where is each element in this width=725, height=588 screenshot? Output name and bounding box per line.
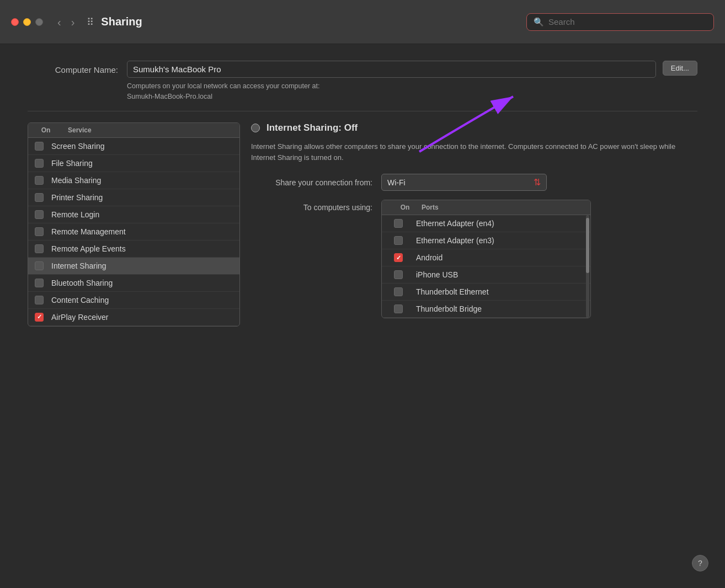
- service-checkbox[interactable]: [35, 227, 44, 236]
- computer-name-right: Computers on your local network can acce…: [127, 61, 697, 102]
- service-checkbox[interactable]: [35, 193, 44, 202]
- content-area: On Service Screen SharingFile SharingMed…: [28, 122, 697, 327]
- port-checkbox[interactable]: [394, 219, 403, 228]
- ports-table: On Ports Ethernet Adapter (en4)Ethernet …: [381, 200, 591, 318]
- ports-col-on: On: [388, 204, 422, 211]
- computer-name-label: Computer Name:: [28, 61, 127, 74]
- ports-header: On Ports: [382, 200, 590, 215]
- service-item[interactable]: Media Sharing: [28, 172, 239, 189]
- sharing-title-row: Internet Sharing: Off: [251, 122, 697, 133]
- right-panel: Internet Sharing: Off Internet Sharing a…: [251, 122, 697, 327]
- close-button[interactable]: [11, 18, 19, 26]
- service-checkbox[interactable]: [35, 210, 44, 219]
- share-from-value: Wi-Fi: [387, 178, 406, 187]
- service-checkbox[interactable]: [35, 244, 44, 253]
- traffic-lights: [11, 18, 43, 26]
- service-checkbox[interactable]: [35, 313, 44, 322]
- to-computers-row: To computers using: On Ports Ethernet Ad…: [251, 200, 697, 318]
- service-name: Printer Sharing: [51, 193, 103, 202]
- service-name: AirPlay Receiver: [51, 313, 108, 322]
- port-name: Android: [416, 253, 443, 262]
- port-name: Thunderbolt Ethernet: [416, 287, 489, 296]
- services-header: On Service: [28, 123, 239, 138]
- connection-from-row: Share your connection from: Wi-Fi ⇅: [251, 174, 697, 191]
- service-checkbox[interactable]: [35, 159, 44, 168]
- service-name: Content Caching: [51, 296, 109, 304]
- titlebar: ‹ › ⠿ Sharing 🔍: [0, 0, 725, 44]
- port-item: Ethernet Adapter (en4): [382, 215, 590, 232]
- port-item: Thunderbolt Ethernet: [382, 284, 590, 301]
- scrollbar-thumb[interactable]: [586, 218, 589, 273]
- sharing-description: Internet Sharing allows other computers …: [251, 141, 697, 164]
- service-name: File Sharing: [51, 159, 93, 168]
- port-checkbox[interactable]: [394, 253, 403, 262]
- port-name: iPhone USB: [416, 270, 458, 279]
- main-content: Computer Name: Computers on your local n…: [0, 44, 725, 343]
- port-checkbox[interactable]: [394, 270, 403, 279]
- service-checkbox[interactable]: [35, 296, 44, 304]
- service-item[interactable]: File Sharing: [28, 155, 239, 172]
- computer-address-info: Computers on your local network can acce…: [127, 81, 656, 102]
- sharing-title: Internet Sharing: Off: [266, 122, 358, 133]
- service-item[interactable]: Printer Sharing: [28, 189, 239, 206]
- share-from-select[interactable]: Wi-Fi ⇅: [381, 174, 547, 191]
- back-button[interactable]: ‹: [54, 15, 65, 29]
- port-name: Ethernet Adapter (en3): [416, 236, 494, 245]
- service-item[interactable]: Content Caching: [28, 292, 239, 309]
- page-title: Sharing: [101, 15, 526, 28]
- port-checkbox[interactable]: [394, 287, 403, 296]
- ports-col-ports: Ports: [422, 204, 584, 211]
- services-col-service: Service: [68, 126, 233, 134]
- port-item: iPhone USB: [382, 266, 590, 284]
- port-name: Thunderbolt Bridge: [416, 304, 482, 313]
- service-name: Screen Sharing: [51, 142, 105, 151]
- internet-sharing-radio[interactable]: [251, 124, 260, 132]
- computer-name-input[interactable]: [127, 61, 656, 78]
- services-col-on: On: [35, 126, 57, 134]
- to-computers-label: To computers using:: [251, 200, 372, 212]
- service-name: Remote Apple Events: [51, 244, 126, 253]
- port-checkbox[interactable]: [394, 236, 403, 245]
- service-checkbox[interactable]: [35, 261, 44, 270]
- service-item[interactable]: Remote Management: [28, 223, 239, 240]
- computer-name-section: Computer Name: Computers on your local n…: [28, 61, 697, 102]
- port-item: Thunderbolt Bridge: [382, 301, 590, 318]
- port-item: Android: [382, 249, 590, 266]
- service-name: Media Sharing: [51, 176, 101, 185]
- service-item[interactable]: Internet Sharing: [28, 258, 239, 275]
- scrollbar-track[interactable]: [586, 215, 589, 318]
- search-box[interactable]: 🔍: [526, 13, 714, 31]
- minimize-button[interactable]: [23, 18, 31, 26]
- forward-button[interactable]: ›: [68, 15, 78, 29]
- ports-list: Ethernet Adapter (en4)Ethernet Adapter (…: [382, 215, 590, 318]
- services-list: Screen SharingFile SharingMedia SharingP…: [28, 138, 239, 326]
- service-checkbox[interactable]: [35, 176, 44, 185]
- service-item[interactable]: Bluetooth Sharing: [28, 275, 239, 292]
- select-arrow-icon: ⇅: [534, 177, 541, 188]
- divider: [28, 111, 697, 111]
- service-name: Bluetooth Sharing: [51, 279, 113, 287]
- service-item[interactable]: AirPlay Receiver: [28, 309, 239, 326]
- edit-button[interactable]: Edit...: [663, 61, 697, 76]
- port-name: Ethernet Adapter (en4): [416, 219, 494, 228]
- service-checkbox[interactable]: [35, 142, 44, 151]
- search-icon: 🔍: [534, 17, 544, 27]
- fullscreen-button[interactable]: [35, 18, 43, 26]
- service-item[interactable]: Remote Apple Events: [28, 240, 239, 258]
- service-checkbox[interactable]: [35, 279, 44, 287]
- service-name: Internet Sharing: [51, 261, 106, 270]
- nav-buttons: ‹ ›: [54, 15, 78, 29]
- service-name: Remote Management: [51, 227, 126, 236]
- services-panel: On Service Screen SharingFile SharingMed…: [28, 122, 240, 327]
- ports-scroll-wrapper: Ethernet Adapter (en4)Ethernet Adapter (…: [382, 215, 590, 318]
- service-item[interactable]: Screen Sharing: [28, 138, 239, 155]
- share-from-label: Share your connection from:: [251, 178, 372, 187]
- port-item: Ethernet Adapter (en3): [382, 232, 590, 249]
- service-item[interactable]: Remote Login: [28, 206, 239, 223]
- grid-icon: ⠿: [87, 16, 93, 28]
- port-checkbox[interactable]: [394, 304, 403, 313]
- help-button[interactable]: ?: [692, 555, 708, 571]
- search-input[interactable]: [548, 17, 707, 26]
- service-name: Remote Login: [51, 210, 99, 219]
